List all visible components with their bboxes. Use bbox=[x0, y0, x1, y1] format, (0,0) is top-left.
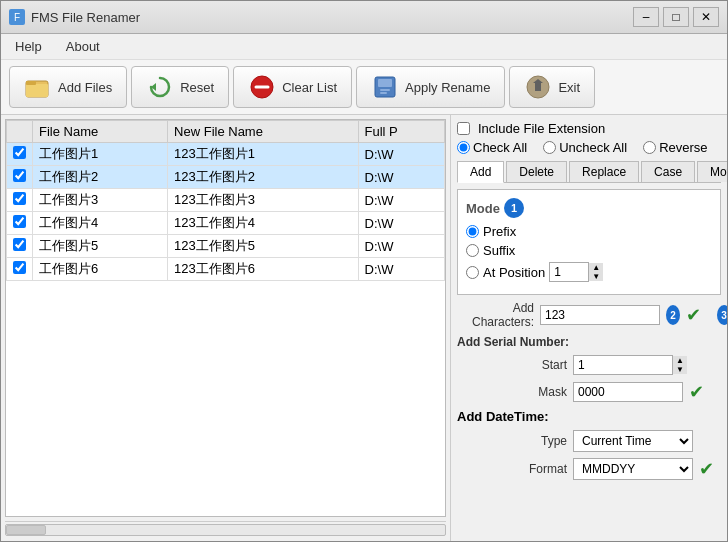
row-file-name: 工作图片5 bbox=[33, 235, 168, 258]
table-row[interactable]: 工作图片2 123工作图片2 D:\W bbox=[7, 166, 445, 189]
reverse-radio[interactable] bbox=[643, 141, 656, 154]
start-input[interactable] bbox=[573, 355, 673, 375]
position-input[interactable] bbox=[549, 262, 589, 282]
horizontal-scrollbar[interactable] bbox=[5, 521, 446, 537]
col-full-path: Full P bbox=[358, 121, 444, 143]
add-files-label: Add Files bbox=[58, 80, 112, 95]
tab-replace[interactable]: Replace bbox=[569, 161, 639, 182]
row-checkbox-cell[interactable] bbox=[7, 235, 33, 258]
at-position-radio[interactable] bbox=[466, 266, 479, 279]
row-new-name: 123工作图片4 bbox=[168, 212, 358, 235]
window-title: FMS File Renamer bbox=[31, 10, 140, 25]
svg-rect-1 bbox=[26, 84, 48, 97]
row-new-name: 123工作图片5 bbox=[168, 235, 358, 258]
svg-rect-9 bbox=[380, 92, 387, 94]
add-characters-row: Add Characters: 2 ✔ 3 bbox=[457, 301, 721, 329]
row-checkbox-cell[interactable] bbox=[7, 143, 33, 166]
clear-list-button[interactable]: Clear List bbox=[233, 66, 352, 108]
format-label: Format bbox=[457, 462, 567, 476]
row-checkbox-cell[interactable] bbox=[7, 189, 33, 212]
prefix-radio[interactable] bbox=[466, 225, 479, 238]
reset-label: Reset bbox=[180, 80, 214, 95]
type-select[interactable]: Current Time File Created File Modified bbox=[573, 430, 693, 452]
position-spin-buttons: ▲ ▼ bbox=[589, 263, 603, 281]
tab-delete[interactable]: Delete bbox=[506, 161, 567, 182]
add-files-button[interactable]: Add Files bbox=[9, 66, 127, 108]
main-content: File Name New File Name Full P 工作图片1 123… bbox=[1, 115, 727, 541]
suffix-radio[interactable] bbox=[466, 244, 479, 257]
suffix-option[interactable]: Suffix bbox=[466, 243, 712, 258]
check-all-radio[interactable] bbox=[457, 141, 470, 154]
apply-rename-label: Apply Rename bbox=[405, 80, 490, 95]
row-checkbox-cell[interactable] bbox=[7, 166, 33, 189]
row-full-path: D:\W bbox=[358, 143, 444, 166]
at-position-option[interactable]: At Position ▲ ▼ bbox=[466, 262, 712, 282]
start-up-button[interactable]: ▲ bbox=[673, 356, 687, 365]
row-checkbox-cell[interactable] bbox=[7, 258, 33, 281]
apply-rename-button[interactable]: Apply Rename bbox=[356, 66, 505, 108]
row-checkbox-cell[interactable] bbox=[7, 212, 33, 235]
include-extension-row: Include File Extension bbox=[457, 121, 721, 136]
mode-badge: 1 bbox=[504, 198, 524, 218]
row-checkbox[interactable] bbox=[13, 169, 26, 182]
scrollbar-track[interactable] bbox=[5, 524, 446, 536]
row-checkbox[interactable] bbox=[13, 215, 26, 228]
apply-rename-icon bbox=[371, 73, 399, 101]
col-checkbox bbox=[7, 121, 33, 143]
row-file-name: 工作图片3 bbox=[33, 189, 168, 212]
menu-about[interactable]: About bbox=[60, 37, 106, 56]
row-file-name: 工作图片1 bbox=[33, 143, 168, 166]
include-extension-checkbox[interactable] bbox=[457, 122, 470, 135]
mask-confirm-icon[interactable]: ✔ bbox=[689, 381, 704, 403]
start-down-button[interactable]: ▼ bbox=[673, 365, 687, 374]
format-select[interactable]: MMDDYY YYMMDD DDMMYY bbox=[573, 458, 693, 480]
tab-case[interactable]: Case bbox=[641, 161, 695, 182]
clear-list-icon bbox=[248, 73, 276, 101]
format-confirm-icon[interactable]: ✔ bbox=[699, 458, 714, 480]
table-row[interactable]: 工作图片1 123工作图片1 D:\W bbox=[7, 143, 445, 166]
scrollbar-thumb[interactable] bbox=[6, 525, 46, 535]
format-row: Format MMDDYY YYMMDD DDMMYY ✔ bbox=[457, 458, 721, 480]
table-row[interactable]: 工作图片6 123工作图片6 D:\W bbox=[7, 258, 445, 281]
maximize-button[interactable]: □ bbox=[663, 7, 689, 27]
reset-button[interactable]: Reset bbox=[131, 66, 229, 108]
col-file-name: File Name bbox=[33, 121, 168, 143]
tab-move-copy[interactable]: Move/Copy bbox=[697, 161, 727, 182]
row-new-name: 123工作图片6 bbox=[168, 258, 358, 281]
svg-rect-7 bbox=[378, 79, 392, 87]
position-up-button[interactable]: ▲ bbox=[589, 263, 603, 272]
reverse-radio-label[interactable]: Reverse bbox=[643, 140, 707, 155]
tab-add[interactable]: Add bbox=[457, 161, 504, 183]
table-row[interactable]: 工作图片5 123工作图片5 D:\W bbox=[7, 235, 445, 258]
position-down-button[interactable]: ▼ bbox=[589, 272, 603, 281]
start-spinner[interactable]: ▲ ▼ bbox=[573, 355, 687, 375]
add-characters-badge: 2 bbox=[666, 305, 680, 325]
add-characters-confirm-icon[interactable]: ✔ bbox=[686, 304, 701, 326]
exit-label: Exit bbox=[558, 80, 580, 95]
prefix-option[interactable]: Prefix bbox=[466, 224, 712, 239]
close-button[interactable]: ✕ bbox=[693, 7, 719, 27]
uncheck-all-radio[interactable] bbox=[543, 141, 556, 154]
table-row[interactable]: 工作图片3 123工作图片3 D:\W bbox=[7, 189, 445, 212]
table-row[interactable]: 工作图片4 123工作图片4 D:\W bbox=[7, 212, 445, 235]
reset-icon bbox=[146, 73, 174, 101]
uncheck-all-radio-label[interactable]: Uncheck All bbox=[543, 140, 627, 155]
row-checkbox[interactable] bbox=[13, 261, 26, 274]
minimize-button[interactable]: – bbox=[633, 7, 659, 27]
add-characters-input[interactable] bbox=[540, 305, 660, 325]
row-checkbox[interactable] bbox=[13, 238, 26, 251]
menu-bar: Help About bbox=[1, 34, 727, 60]
title-bar: F FMS File Renamer – □ ✕ bbox=[1, 1, 727, 34]
menu-help[interactable]: Help bbox=[9, 37, 48, 56]
add-serial-label: Add Serial Number: bbox=[457, 335, 569, 349]
include-extension-label: Include File Extension bbox=[478, 121, 605, 136]
row-new-name: 123工作图片1 bbox=[168, 143, 358, 166]
position-spinner[interactable]: ▲ ▼ bbox=[549, 262, 603, 282]
mask-input[interactable] bbox=[573, 382, 683, 402]
check-all-radio-label[interactable]: Check All bbox=[457, 140, 527, 155]
row-checkbox[interactable] bbox=[13, 192, 26, 205]
row-checkbox[interactable] bbox=[13, 146, 26, 159]
exit-button[interactable]: Exit bbox=[509, 66, 595, 108]
check-group: Check All Uncheck All Reverse bbox=[457, 140, 721, 155]
main-window: F FMS File Renamer – □ ✕ Help About Add … bbox=[0, 0, 728, 542]
